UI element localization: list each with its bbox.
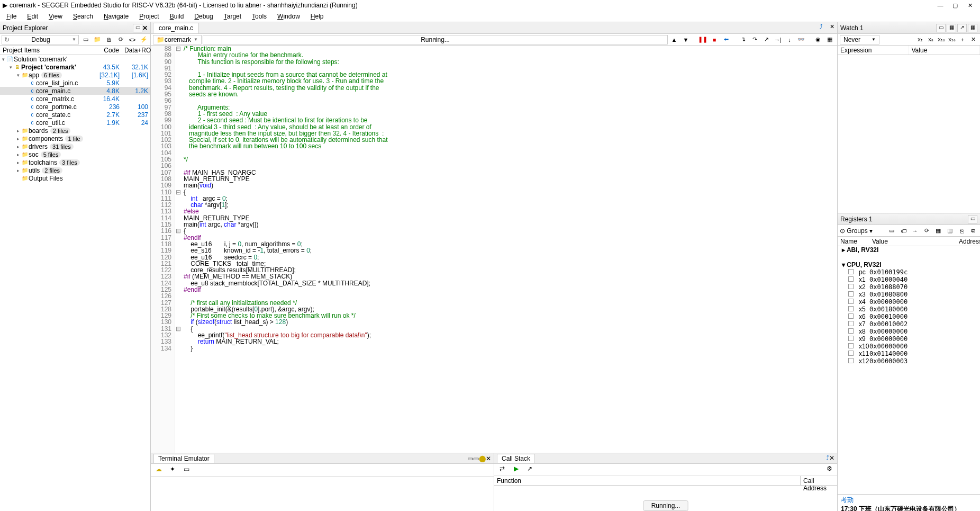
register-row[interactable]: pc0x0100199c (838, 268, 980, 276)
register-row[interactable]: x80x00000000 (838, 328, 980, 335)
terminal-btn3[interactable]: ⬤ (479, 455, 486, 462)
tree-row[interactable]: ▸📁 toolchains3 files (0, 158, 150, 166)
callstack-nav-icon[interactable]: ⇄ (497, 465, 507, 474)
close-button[interactable]: ✕ (963, 2, 977, 9)
menu-search[interactable]: Search (68, 12, 98, 21)
tree-row[interactable]: c core_util.c1.9K24 (0, 119, 150, 127)
register-row[interactable]: x120x00000003 (838, 357, 980, 365)
reg-copy-icon[interactable]: ▭ (887, 226, 896, 236)
callstack-gear-icon[interactable]: ⚙ (824, 465, 834, 474)
register-row[interactable]: x20x01088070 (838, 283, 980, 291)
menu-debug[interactable]: Debug (189, 12, 218, 21)
watch-body[interactable] (838, 55, 980, 213)
watch-mode-select[interactable]: Never (840, 35, 879, 44)
terminal-log-icon[interactable]: ▭ (181, 465, 192, 475)
tree-row[interactable]: ▸📁 utils2 files (0, 166, 150, 174)
code-icon[interactable]: <> (128, 35, 137, 44)
col-code[interactable]: Code (96, 46, 122, 55)
tree-row[interactable]: 📁 Output Files (0, 174, 150, 182)
cursor-icon[interactable]: ↓ (784, 35, 795, 44)
refresh-icon[interactable]: ⟳ (116, 35, 125, 44)
code-text[interactable]: /* Function: main Main entry routine for… (182, 46, 837, 453)
col-project-items[interactable]: Project Items (0, 46, 96, 55)
reg-btn1[interactable]: ▭ (968, 215, 977, 223)
reg-tag-icon[interactable]: 🏷 (899, 226, 908, 236)
register-row[interactable]: x10x01000040 (838, 276, 980, 283)
watch-x2-icon[interactable]: X₂ (915, 35, 925, 44)
reg-grid-icon[interactable]: ▦ (933, 226, 943, 236)
tree-row[interactable]: ▾📄 Solution 'coremark' (0, 55, 150, 63)
callstack-close[interactable]: ✕ (829, 454, 834, 462)
register-row[interactable]: x90x00000000 (838, 335, 980, 343)
reg-nav-icon[interactable]: → (910, 226, 920, 236)
register-row[interactable]: x30x01080800 (838, 291, 980, 298)
menu-edit[interactable]: Edit (22, 12, 43, 21)
menu-build[interactable]: Build (165, 12, 189, 21)
menu-tools[interactable]: Tools (247, 12, 272, 21)
terminal-clear-icon[interactable]: ☁ (153, 465, 164, 475)
watch-x10-icon[interactable]: X₁₀ (937, 35, 946, 44)
reg-cols-icon[interactable]: ◫ (945, 226, 955, 236)
tree-row[interactable]: ▾🗎 Project 'coremark'43.5K32.1K (0, 63, 150, 71)
tree-row[interactable]: c core_main.c4.8K1.2K (0, 87, 150, 95)
watch-del-icon[interactable]: ✕ (968, 35, 978, 44)
run-to-icon[interactable]: →| (773, 35, 783, 44)
fold-column[interactable]: ⊟⊟⊟⊟ (175, 46, 182, 453)
watch-add-icon[interactable]: + (958, 35, 967, 44)
step-into-icon[interactable]: ↴ (738, 35, 748, 44)
reg-refresh-icon[interactable]: ⟳ (922, 226, 931, 236)
save-icon[interactable]: 🗎 (104, 35, 114, 44)
menu-file[interactable]: File (1, 12, 22, 21)
terminal-btn2[interactable]: ▭ (473, 455, 479, 462)
col-reg-value[interactable]: Value (869, 237, 956, 246)
project-tree[interactable]: ▾📄 Solution 'coremark'▾🗎 Project 'corema… (0, 55, 150, 511)
terminal-btn1[interactable]: ▭ (467, 455, 473, 462)
config-dropdown[interactable]: ↻ Debug (2, 35, 79, 44)
down-icon[interactable]: ▼ (680, 35, 691, 44)
tree-row[interactable]: ▸📁 boards2 files (0, 127, 150, 135)
chip-icon[interactable]: ▦ (824, 35, 835, 44)
tree-row[interactable]: c core_list_join.c5.9K (0, 79, 150, 87)
new-item-icon[interactable]: ▭ (81, 35, 90, 44)
step-over-icon[interactable]: ↷ (749, 35, 760, 44)
maximize-button[interactable]: ▢ (948, 2, 963, 9)
menu-window[interactable]: Window (272, 12, 305, 21)
register-row[interactable]: x50x00180000 (838, 306, 980, 313)
glasses-icon[interactable]: 👓 (796, 35, 806, 44)
function-selector[interactable]: 📁 coremark (153, 35, 202, 44)
callstack-run-icon[interactable]: ▶ (511, 465, 521, 474)
col-calladdr[interactable]: Call Address (800, 476, 837, 485)
col-expression[interactable]: Expression (838, 46, 909, 55)
register-row[interactable]: x110x01140000 (838, 350, 980, 357)
register-row[interactable]: x70x00010002 (838, 320, 980, 328)
pause-icon[interactable]: ❚❚ (697, 35, 708, 44)
reg-export-icon[interactable]: ⎘ (957, 226, 966, 236)
tree-row[interactable]: c core_matrix.c16.4K (0, 95, 150, 103)
watch-btn4[interactable]: ▦ (968, 24, 977, 32)
watch-btn2[interactable]: ▦ (947, 24, 956, 32)
breakpoint-icon[interactable]: ◉ (813, 35, 823, 44)
col-reg-addr[interactable]: Address (956, 237, 980, 246)
groups-dropdown[interactable]: ⊙ Groups ▾ (840, 227, 873, 235)
flash-icon[interactable]: ⚡ (139, 35, 149, 44)
step-out-icon[interactable]: ↗ (761, 35, 772, 44)
registers-body[interactable]: ▸ ABI, RV32I▾ CPU, RV32Ipc0x0100199cx10x… (838, 246, 980, 494)
reg-copy2-icon[interactable]: ⧉ (968, 226, 978, 236)
tree-row[interactable]: ▸📁 components1 file (0, 135, 150, 142)
minimize-button[interactable]: — (933, 2, 948, 8)
watch-x16-icon[interactable]: X₁₆ (947, 35, 957, 44)
up-icon[interactable]: ▲ (669, 35, 679, 44)
col-data[interactable]: Data+RO (122, 46, 150, 55)
panel-view-button[interactable]: ▭ (133, 24, 142, 32)
restart-icon[interactable]: ⬅ (721, 35, 731, 44)
tree-row[interactable]: ▸📁 soc5 files (0, 150, 150, 158)
menu-target[interactable]: Target (219, 12, 247, 21)
terminal-cmd-icon[interactable]: ✦ (167, 465, 178, 475)
menu-view[interactable]: View (43, 12, 68, 21)
col-function[interactable]: Function (494, 476, 800, 485)
tab-close-icon[interactable]: ✕ (827, 23, 837, 33)
register-row[interactable]: x40x00000000 (838, 298, 980, 306)
col-value[interactable]: Value (909, 46, 981, 55)
stop-icon[interactable]: ■ (709, 35, 720, 44)
tree-row[interactable]: ▾📁 app6 files[32.1K][1.6K] (0, 71, 150, 79)
